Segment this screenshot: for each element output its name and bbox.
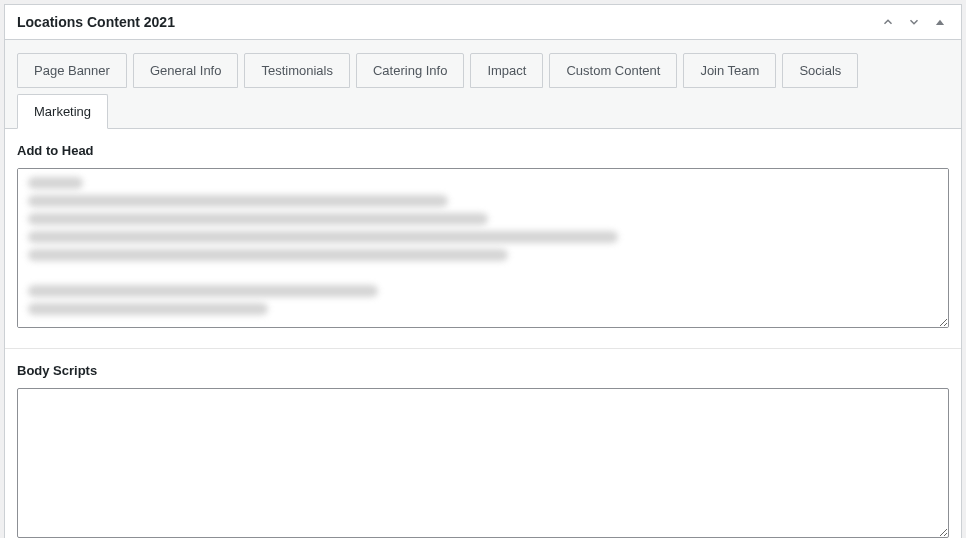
add-to-head-textarea[interactable] bbox=[17, 168, 949, 328]
tab-testimonials[interactable]: Testimonials bbox=[244, 53, 350, 88]
tab-catering-info[interactable]: Catering Info bbox=[356, 53, 464, 88]
tab-impact[interactable]: Impact bbox=[470, 53, 543, 88]
field-body-scripts: Body Scripts bbox=[5, 349, 961, 538]
tabs-list: Page Banner General Info Testimonials Ca… bbox=[17, 52, 949, 128]
collapse-toggle-icon[interactable] bbox=[931, 13, 949, 31]
tab-page-banner[interactable]: Page Banner bbox=[17, 53, 127, 88]
panel-title: Locations Content 2021 bbox=[17, 14, 175, 30]
tabs-container: Page Banner General Info Testimonials Ca… bbox=[5, 40, 961, 129]
tab-custom-content[interactable]: Custom Content bbox=[549, 53, 677, 88]
panel-header-controls bbox=[879, 13, 949, 31]
add-to-head-label: Add to Head bbox=[17, 143, 949, 158]
move-down-icon[interactable] bbox=[905, 13, 923, 31]
tab-join-team[interactable]: Join Team bbox=[683, 53, 776, 88]
locations-content-panel: Locations Content 2021 Page Banner Gener… bbox=[4, 4, 962, 538]
tab-marketing[interactable]: Marketing bbox=[17, 94, 108, 129]
field-add-to-head: Add to Head bbox=[5, 129, 961, 349]
body-scripts-textarea[interactable] bbox=[17, 388, 949, 538]
tab-general-info[interactable]: General Info bbox=[133, 53, 239, 88]
svg-marker-0 bbox=[936, 20, 944, 25]
move-up-icon[interactable] bbox=[879, 13, 897, 31]
body-scripts-label: Body Scripts bbox=[17, 363, 949, 378]
panel-header: Locations Content 2021 bbox=[5, 5, 961, 40]
tab-socials[interactable]: Socials bbox=[782, 53, 858, 88]
